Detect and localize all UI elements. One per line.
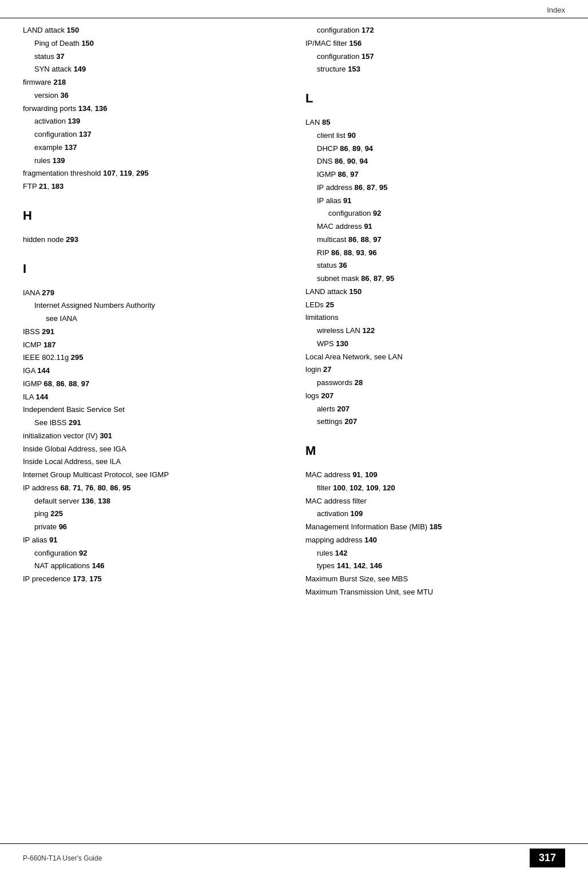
entry-text: wireless LAN (317, 326, 362, 335)
index-entry: LAND attack 150 (305, 286, 565, 299)
entry-separator: , (379, 483, 383, 492)
entry-page-num: 86 (110, 483, 118, 492)
index-entry: Internet Assigned Numbers Authority (23, 299, 277, 312)
index-entry: Inside Global Address, see IGA (23, 443, 277, 456)
entry-text: Inside Local Address, see ILA (23, 457, 121, 466)
entry-page-num: 87 (374, 274, 382, 283)
index-entry: Ping of Death 150 (23, 37, 277, 50)
index-entry: activation 109 (305, 508, 565, 521)
entry-text: Ping of Death (34, 39, 81, 47)
entry-text: LAND attack (23, 26, 67, 34)
entry-text: IP/MAC filter (305, 39, 349, 47)
entry-text: Independent Basic Service Set (23, 405, 125, 414)
entry-text: See IBSS (34, 418, 69, 427)
entry-page-num: 218 (53, 78, 66, 86)
entry-page-num: 27 (323, 365, 331, 374)
entry-page-num: 109 (351, 509, 363, 518)
entry-text: SYN attack (34, 65, 74, 73)
entry-page-num: 141 (337, 561, 349, 570)
entry-text: alerts (317, 405, 337, 413)
entry-page-num: 173 (73, 574, 85, 583)
index-entry: initialization vector (IV) 301 (23, 430, 277, 443)
entry-text: LEDs (305, 300, 325, 309)
entry-separator: , (365, 561, 370, 570)
entry-page-num: 279 (42, 288, 54, 297)
entry-text: initialization vector (IV) (23, 431, 100, 440)
entry-page-num: 107 (103, 169, 116, 177)
entry-page-num: 122 (362, 326, 375, 335)
entry-text: status (34, 52, 56, 61)
index-entry: default server 136, 138 (23, 495, 277, 508)
index-entry: IBSS 291 (23, 326, 277, 339)
section-letter-m: M (305, 443, 565, 458)
index-entry: LEDs 25 (305, 299, 565, 312)
entry-separator: , (93, 483, 97, 492)
index-entry: fragmentation threshold 107, 119, 295 (23, 167, 277, 180)
entry-text: Inside Global Address, see IGA (23, 445, 126, 453)
entry-text: MAC address (317, 222, 364, 231)
left-column: LAND attack 150Ping of Death 150status 3… (23, 24, 294, 599)
entry-text: LAN (305, 118, 322, 126)
entry-text: IBSS (23, 327, 42, 336)
index-entry: client list 90 (305, 129, 565, 142)
entry-page-num: 88 (69, 379, 77, 388)
entry-page-num: 91 (364, 222, 372, 231)
entry-page-num: 137 (79, 130, 92, 138)
entry-page-num: 28 (355, 378, 363, 387)
entry-separator: , (65, 379, 69, 388)
index-entry: ICMP 187 (23, 339, 277, 352)
entry-page-num: 295 (71, 353, 84, 362)
entry-text: IGA (23, 366, 37, 375)
entry-page-num: 146 (370, 561, 383, 570)
entry-text: subnet mask (317, 274, 361, 283)
entry-page-num: 85 (322, 118, 330, 126)
spacer (23, 282, 277, 287)
index-entry: multicast 86, 88, 97 (305, 233, 565, 247)
entry-page-num: 86 (335, 157, 343, 165)
entry-page-num: 185 (430, 522, 442, 531)
index-entry: DHCP 86, 89, 94 (305, 142, 565, 156)
entry-page-num: 142 (353, 561, 366, 570)
spacer (305, 112, 565, 116)
entry-text: WPS (317, 339, 336, 348)
index-entry: IP alias 91 (305, 195, 565, 208)
index-entry: subnet mask 86, 87, 95 (305, 272, 565, 286)
entry-page-num: 97 (81, 379, 89, 388)
entry-text: rules (34, 156, 53, 165)
entry-page-num: 86 (338, 170, 346, 179)
index-entry: configuration 137 (23, 128, 277, 141)
entry-text: private (34, 522, 59, 531)
index-entry: IGA 144 (23, 364, 277, 378)
index-entry: LAND attack 150 (23, 24, 277, 37)
entry-text: DHCP (317, 144, 340, 153)
entry-separator: , (77, 379, 81, 388)
entry-page-num: 87 (367, 183, 375, 192)
entry-text: configuration (328, 209, 373, 217)
index-entry: IGMP 86, 97 (305, 168, 565, 181)
entry-page-num: 92 (79, 549, 87, 557)
spacer (305, 429, 565, 433)
index-entry: status 36 (305, 259, 565, 272)
entry-page-num: 146 (92, 561, 105, 570)
entry-page-num: 88 (361, 235, 369, 244)
index-entry: DNS 86, 90, 94 (305, 155, 565, 168)
entry-page-num: 86 (56, 379, 64, 388)
entry-page-num: 95 (379, 183, 387, 192)
entry-page-num: 120 (383, 483, 395, 492)
entry-text: configuration (34, 549, 79, 557)
entry-page-num: 156 (349, 39, 362, 47)
entry-text: Internet Assigned Numbers Authority (34, 301, 155, 310)
index-entry: status 37 (23, 50, 277, 64)
entry-page-num: 90 (347, 131, 355, 140)
index-entry: firmware 218 (23, 76, 277, 89)
entry-page-num: 94 (359, 157, 367, 165)
entry-page-num: 86 (331, 248, 339, 257)
entry-page-num: 144 (37, 366, 50, 375)
entry-text: client list (317, 131, 347, 140)
entry-text: structure (317, 65, 348, 73)
entry-page-num: 92 (373, 209, 381, 217)
index-entry: rules 139 (23, 154, 277, 168)
entry-page-num: 134 (78, 104, 91, 113)
entry-separator: , (349, 561, 353, 570)
entry-text: configuration (34, 130, 79, 138)
